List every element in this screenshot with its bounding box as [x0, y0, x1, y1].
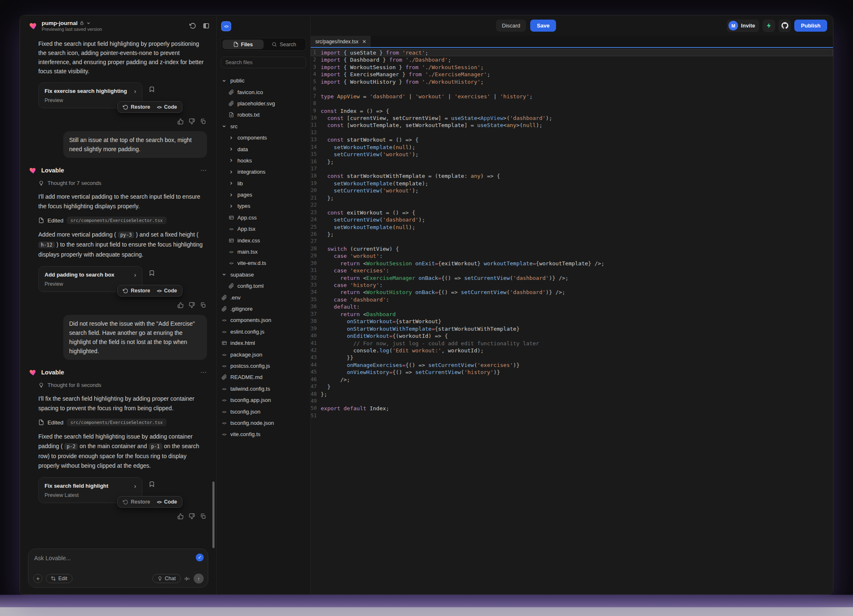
code-line[interactable]: 18 const startWorkoutWithTemplate = (tem…: [311, 172, 833, 180]
code-line[interactable]: 38 onStartWorkout={startWorkout}: [311, 318, 833, 325]
code-line[interactable]: 5import { WorkoutHistory } from './Worko…: [311, 78, 833, 85]
chat-message-list[interactable]: Fixed the search input field highlightin…: [20, 36, 216, 549]
thumbs-down-icon[interactable]: [189, 513, 195, 519]
tree-item-vite-env-d-ts[interactable]: <>vite-env.d.ts: [217, 257, 310, 269]
chevron-down-icon[interactable]: [86, 21, 91, 25]
project-switcher[interactable]: pump-journal Previewing last saved versi…: [29, 20, 102, 32]
tree-item-components[interactable]: components: [217, 132, 310, 143]
tree-item--env[interactable]: .env: [217, 292, 310, 303]
code-line[interactable]: 50export default Index;: [311, 405, 833, 412]
code-line[interactable]: 10 const [currentView, setCurrentView] =…: [311, 115, 833, 122]
tree-item-package-json[interactable]: <>package.json: [217, 349, 310, 360]
code-line[interactable]: 20 setCurrentView('workout');: [311, 187, 833, 194]
thumbs-down-icon[interactable]: [189, 302, 195, 308]
tree-item-components-json[interactable]: <>components.json: [217, 314, 310, 326]
code-line[interactable]: 47 }: [311, 383, 833, 390]
tree-item-tailwind-config-ts[interactable]: <>tailwind.config.ts: [217, 383, 310, 394]
edited-file-path[interactable]: src/components/ExerciseSelector.tsx: [67, 217, 166, 224]
thumbs-up-icon[interactable]: [177, 513, 184, 519]
edited-file-path[interactable]: src/components/ExerciseSelector.tsx: [67, 419, 166, 426]
copy-icon[interactable]: [200, 513, 206, 519]
code-line[interactable]: 8: [311, 100, 833, 107]
send-button[interactable]: ↑: [194, 574, 204, 584]
more-options-icon[interactable]: ⋯: [200, 167, 207, 174]
thumbs-up-icon[interactable]: [177, 118, 184, 125]
tree-item-types[interactable]: types: [217, 200, 310, 212]
code-line[interactable]: 34 return <WorkoutHistory onBack={() => …: [311, 289, 833, 296]
thought-duration[interactable]: Thought for 7 seconds: [38, 180, 207, 186]
code-button[interactable]: <> Code: [157, 288, 177, 294]
edited-file-row[interactable]: Edited src/components/ExerciseSelector.t…: [38, 217, 207, 224]
tab-search[interactable]: Search: [264, 40, 305, 49]
bookmark-icon[interactable]: [149, 481, 155, 487]
code-line[interactable]: 32 return <ExerciseManager onBack={() =>…: [311, 274, 833, 282]
save-button[interactable]: Save: [530, 20, 556, 32]
code-line[interactable]: 35 case 'dashboard':: [311, 296, 833, 303]
tree-item-index-html[interactable]: index.html: [217, 337, 310, 349]
code-line[interactable]: 13 const startWorkout = () => {: [311, 136, 833, 143]
copy-icon[interactable]: [200, 302, 206, 308]
code-line[interactable]: 15 setCurrentView('workout');: [311, 151, 833, 158]
tree-item--gitignore[interactable]: .gitignore: [217, 303, 310, 314]
tree-item-robots-txt[interactable]: robots.txt: [217, 109, 310, 120]
tree-item-src[interactable]: src: [217, 121, 310, 132]
tree-item-index-css[interactable]: index.css: [217, 234, 310, 246]
code-line[interactable]: 41 // For now, just log - could add edit…: [311, 340, 833, 347]
restore-button[interactable]: Restore: [123, 499, 150, 505]
code-line[interactable]: 17: [311, 165, 833, 172]
restore-button[interactable]: Restore: [123, 104, 150, 110]
tree-item-lib[interactable]: lib: [217, 178, 310, 189]
code-line[interactable]: 23 const exitWorkout = () => {: [311, 209, 833, 216]
thought-duration[interactable]: Thought for 8 seconds: [38, 382, 207, 388]
code-view-toggle-button[interactable]: <>: [221, 21, 231, 31]
code-line[interactable]: 33 case 'history':: [311, 282, 833, 289]
code-line[interactable]: 26 };: [311, 231, 833, 238]
code-line[interactable]: 19 setWorkoutTemplate(template);: [311, 180, 833, 187]
code-button[interactable]: <> Code: [157, 104, 177, 110]
copy-icon[interactable]: [200, 118, 206, 125]
ask-lovable-input[interactable]: [34, 555, 172, 561]
tree-item-favicon-ico[interactable]: favicon.ico: [217, 86, 310, 97]
code-line[interactable]: 46 />;: [311, 376, 833, 383]
tree-item-postcss-config-js[interactable]: <>postcss.config.js: [217, 360, 310, 372]
code-line[interactable]: 43 }}: [311, 354, 833, 361]
tree-item-pages[interactable]: pages: [217, 189, 310, 200]
github-button[interactable]: [778, 20, 791, 32]
project-name[interactable]: pump-journal: [42, 20, 77, 26]
sidebar-toggle-icon[interactable]: [203, 22, 210, 29]
code-line[interactable]: 29 case 'workout':: [311, 252, 833, 259]
code-line[interactable]: 6: [311, 85, 833, 92]
attach-button[interactable]: +: [33, 574, 42, 583]
code-line[interactable]: 37 return <Dashboard: [311, 311, 833, 318]
code-line[interactable]: 49: [311, 398, 833, 405]
restore-button[interactable]: Restore: [123, 288, 150, 294]
tree-item-public[interactable]: public: [217, 75, 310, 86]
code-line[interactable]: 24 setCurrentView('dashboard');: [311, 216, 833, 223]
invite-button[interactable]: M Invite: [727, 20, 759, 32]
code-line[interactable]: 4import { ExerciseManager } from './Exer…: [311, 71, 833, 78]
voice-input-icon[interactable]: [184, 576, 190, 582]
close-tab-icon[interactable]: ✕: [362, 39, 366, 45]
chat-mode-chip[interactable]: Chat: [152, 574, 181, 583]
code-line[interactable]: 51: [311, 412, 833, 419]
bookmark-icon[interactable]: [149, 86, 155, 92]
code-line[interactable]: 12: [311, 129, 833, 136]
tree-item-integrations[interactable]: integrations: [217, 166, 310, 177]
code-button[interactable]: <> Code: [157, 499, 177, 505]
tree-item-eslint-config-js[interactable]: <>eslint.config.js: [217, 326, 310, 337]
version-card-fix-exercise-search[interactable]: Fix exercise search highlighting › Previ…: [38, 82, 142, 108]
version-card-fix-search-highlight[interactable]: Fix search field highlight › Preview Lat…: [38, 477, 142, 503]
edited-file-row[interactable]: Edited src/components/ExerciseSelector.t…: [38, 419, 207, 426]
edit-mode-chip[interactable]: Edit: [46, 574, 72, 583]
supabase-button[interactable]: [763, 20, 775, 32]
code-line[interactable]: 45 onViewHistory={() => setCurrentView('…: [311, 369, 833, 376]
tree-item-app-css[interactable]: App.css: [217, 212, 310, 223]
chat-scrollbar[interactable]: [212, 481, 214, 548]
code-line[interactable]: 9const Index = () => {: [311, 107, 833, 115]
tab-index-tsx[interactable]: src/pages/Index.tsx ✕: [311, 36, 371, 47]
tree-item-tsconfig-node-json[interactable]: <>tsconfig.node.json: [217, 417, 310, 429]
code-line[interactable]: 28 switch (currentView) {: [311, 245, 833, 252]
tree-item-app-tsx[interactable]: <>App.tsx: [217, 223, 310, 234]
bookmark-icon[interactable]: [149, 270, 155, 276]
tree-item-tsconfig-app-json[interactable]: <>tsconfig.app.json: [217, 394, 310, 406]
